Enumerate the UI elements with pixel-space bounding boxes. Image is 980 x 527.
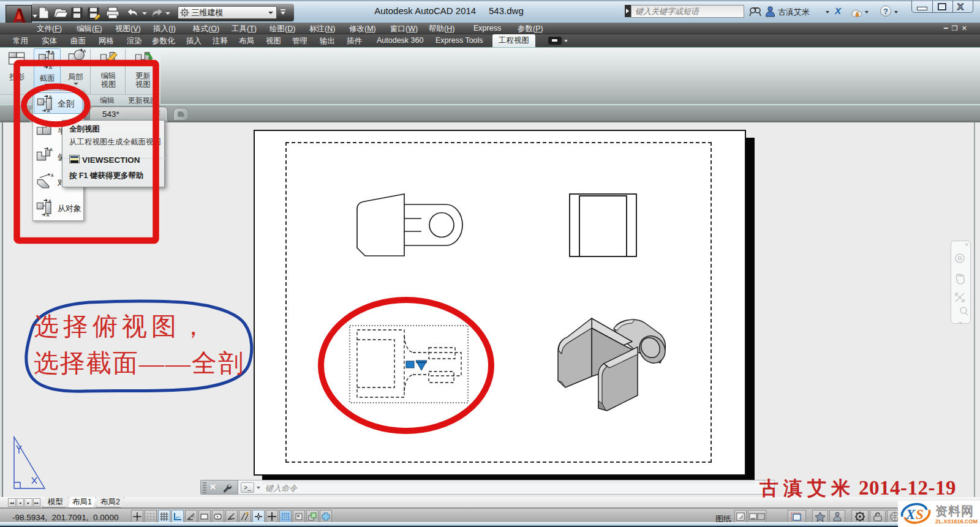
svg-text:A: A — [50, 121, 53, 125]
svg-text:A: A — [50, 148, 53, 152]
svg-text:A: A — [83, 49, 85, 54]
svg-text:S: S — [916, 507, 924, 522]
svg-text:X: X — [905, 507, 916, 522]
svg-text:G: G — [192, 514, 195, 518]
svg-text:A: A — [51, 173, 54, 178]
